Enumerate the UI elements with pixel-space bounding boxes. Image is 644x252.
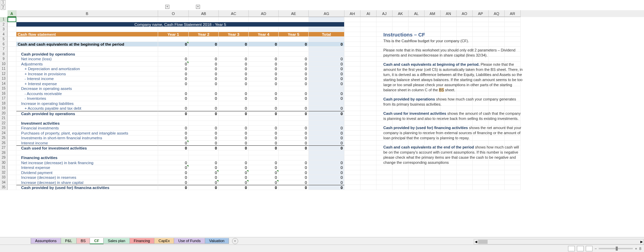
data-cell[interactable]: 0 — [219, 165, 249, 170]
row-label[interactable]: Cash provided by (used for) financina ac… — [16, 185, 158, 190]
sheet-tab-financing[interactable]: Financing — [129, 238, 155, 244]
data-cell[interactable] — [249, 47, 279, 52]
data-cell[interactable]: 0 — [189, 126, 219, 131]
empty-cell[interactable] — [361, 27, 377, 32]
row-header-26[interactable]: 26 — [0, 141, 7, 146]
row-label[interactable]: Adjustments — [16, 62, 158, 67]
row-header-1[interactable]: 1 — [0, 17, 7, 22]
row-label[interactable]: + Interest expense — [16, 81, 158, 86]
data-cell[interactable]: 0 — [309, 66, 344, 72]
empty-cell[interactable] — [505, 17, 521, 22]
data-cell[interactable] — [189, 17, 219, 22]
data-cell[interactable]: 0 — [189, 62, 219, 67]
empty-cell[interactable] — [344, 37, 361, 42]
year-header[interactable]: Total — [309, 32, 344, 37]
column-header-AE[interactable]: AE — [279, 10, 309, 17]
data-cell[interactable]: 0 — [279, 145, 309, 151]
row-header-15[interactable]: 15 — [0, 86, 7, 91]
row-header-12[interactable]: 12 — [0, 72, 7, 77]
empty-cell[interactable] — [425, 17, 441, 22]
data-cell[interactable]: 0 — [249, 57, 279, 62]
data-cell[interactable] — [158, 151, 189, 156]
data-cell[interactable]: 0 — [249, 160, 279, 166]
empty-cell[interactable] — [393, 27, 409, 32]
zoom-plus-icon[interactable]: + — [635, 247, 637, 251]
row-header-6[interactable]: 6 — [0, 42, 7, 47]
data-cell[interactable]: 0 — [158, 42, 189, 47]
data-cell[interactable] — [189, 155, 219, 160]
row-label[interactable]: Increase (decrease) in share capital — [16, 180, 158, 185]
column-header-AH[interactable]: AH — [344, 10, 361, 17]
data-cell[interactable] — [219, 17, 249, 22]
row-header-11[interactable]: 11 — [0, 66, 7, 72]
empty-cell[interactable] — [361, 47, 377, 52]
empty-cell[interactable] — [457, 17, 473, 22]
row-label[interactable]: + Accounts payable and tax debt — [16, 106, 158, 111]
row-header-13[interactable]: 13 — [0, 76, 7, 81]
data-cell[interactable]: 0 — [249, 111, 279, 116]
data-cell[interactable] — [219, 101, 249, 106]
row-label[interactable]: - Interest income — [16, 76, 158, 81]
data-cell[interactable]: 0 — [158, 165, 189, 170]
row-label[interactable]: Financing activities — [16, 155, 158, 160]
year-header[interactable]: Year 5 — [279, 32, 309, 37]
data-cell[interactable] — [309, 155, 344, 160]
data-cell[interactable]: 0 — [189, 57, 219, 62]
section-header[interactable]: Cash flow statement — [16, 32, 158, 37]
data-cell[interactable]: 0 — [279, 111, 309, 116]
data-cell[interactable]: 0 — [189, 96, 219, 101]
row-header-29[interactable]: 29 — [0, 155, 7, 160]
empty-cell[interactable] — [377, 27, 393, 32]
empty-cell[interactable] — [489, 27, 505, 32]
outline-level-1[interactable]: 1 — [1, 0, 5, 5]
data-cell[interactable]: 0 — [309, 175, 344, 180]
row-header-2[interactable]: 2 — [0, 22, 7, 27]
spreadsheet-grid[interactable]: Company name, Cash Flow Statement 2018 -… — [7, 17, 644, 242]
empty-cell[interactable] — [344, 47, 361, 52]
sheet-tab-cf[interactable]: CF — [90, 238, 104, 244]
empty-cell[interactable] — [441, 27, 457, 32]
row-label[interactable] — [16, 116, 158, 121]
data-cell[interactable] — [219, 86, 249, 91]
data-cell[interactable]: 0 — [249, 145, 279, 151]
row-label[interactable]: Net income (loss) — [16, 57, 158, 62]
data-cell[interactable]: 0 — [279, 106, 309, 111]
data-cell[interactable]: 0 — [158, 81, 189, 86]
data-cell[interactable]: 0 — [249, 165, 279, 170]
data-cell[interactable] — [189, 116, 219, 121]
data-cell[interactable] — [309, 101, 344, 106]
data-cell[interactable]: 0 — [219, 170, 249, 175]
data-cell[interactable]: 0 — [189, 145, 219, 151]
data-cell[interactable]: 0 — [219, 42, 249, 47]
data-cell[interactable]: 0 — [279, 185, 309, 190]
data-cell[interactable]: 0 — [189, 91, 219, 96]
data-cell[interactable]: 0 — [158, 170, 189, 175]
data-cell[interactable]: 0 — [249, 170, 279, 175]
data-cell[interactable]: 0 — [249, 131, 279, 136]
row-header-18[interactable]: 18 — [0, 101, 7, 106]
data-cell[interactable]: 0 — [309, 145, 344, 151]
data-cell[interactable] — [189, 37, 219, 42]
data-cell[interactable] — [249, 17, 279, 22]
empty-cell[interactable] — [505, 27, 521, 32]
data-cell[interactable]: 0 — [279, 165, 309, 170]
data-cell[interactable]: 0 — [158, 126, 189, 131]
data-cell[interactable] — [158, 52, 189, 57]
year-header[interactable]: Year 4 — [249, 32, 279, 37]
data-cell[interactable]: 0 — [158, 180, 189, 185]
column-header-AK[interactable]: AK — [393, 10, 409, 17]
empty-cell[interactable] — [473, 17, 489, 22]
data-cell[interactable]: 0 — [279, 91, 309, 96]
data-cell[interactable] — [219, 121, 249, 126]
data-cell[interactable] — [158, 47, 189, 52]
row-header-9[interactable]: 9 — [0, 57, 7, 62]
data-cell[interactable]: 0 — [279, 160, 309, 166]
data-cell[interactable]: 0 — [158, 131, 189, 136]
data-cell[interactable]: 0 — [309, 180, 344, 185]
row-label[interactable]: Increase (decrease) in reserves — [16, 175, 158, 180]
data-cell[interactable]: 0 — [279, 175, 309, 180]
column-header-AB[interactable]: AB — [189, 10, 219, 17]
data-cell[interactable]: 0 — [309, 62, 344, 67]
row-label[interactable]: Interest expense — [16, 165, 158, 170]
empty-cell[interactable] — [409, 27, 425, 32]
